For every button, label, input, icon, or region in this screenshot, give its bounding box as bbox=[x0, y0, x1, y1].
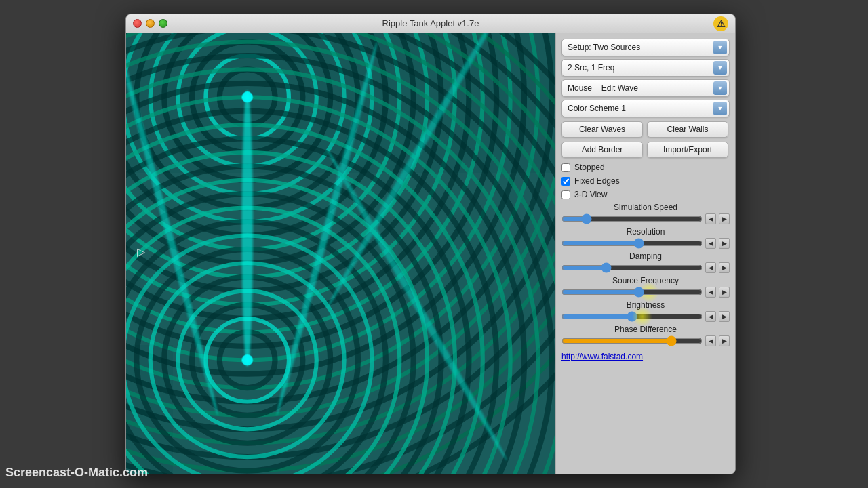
warning-icon: ⚠ bbox=[713, 16, 728, 31]
damping-label: Damping bbox=[561, 251, 730, 261]
watermark: Screencast-O-Matic.com bbox=[0, 463, 153, 483]
three-d-checkbox-row: 3-D View bbox=[561, 189, 730, 200]
resolution-section: Resolution ◀ ▶ bbox=[561, 227, 730, 249]
source-frequency-label: Source Frequency bbox=[561, 276, 730, 285]
phase-diff-right-btn[interactable]: ▶ bbox=[719, 336, 730, 346]
brightness-left-btn[interactable]: ◀ bbox=[705, 311, 716, 322]
resolution-label: Resolution bbox=[561, 227, 730, 237]
source-freq-left-btn[interactable]: ◀ bbox=[705, 287, 716, 298]
color-dropdown-container: Color Scheme 1 ▼ bbox=[561, 100, 730, 117]
phase-diff-left-btn[interactable]: ◀ bbox=[705, 336, 716, 346]
title-bar: Ripple Tank Applet v1.7e ⚠ bbox=[126, 14, 735, 33]
mouse-dropdown[interactable]: Mouse = Edit Wave bbox=[561, 79, 730, 97]
fixed-edges-label: Fixed Edges bbox=[574, 176, 620, 186]
clear-walls-button[interactable]: Clear Walls bbox=[647, 121, 728, 138]
clear-waves-button[interactable]: Clear Waves bbox=[561, 121, 643, 138]
phase-difference-slider[interactable] bbox=[561, 336, 703, 346]
url-link[interactable]: http://www.falstad.com bbox=[561, 352, 730, 361]
source-frequency-slider[interactable] bbox=[561, 287, 703, 298]
damping-section: Damping ◀ ▶ bbox=[561, 251, 730, 273]
minimize-button[interactable] bbox=[146, 19, 155, 28]
source-frequency-row: ◀ ▶ bbox=[561, 287, 730, 298]
simulation-canvas[interactable]: ▷ bbox=[126, 33, 555, 474]
resolution-right-btn[interactable]: ▶ bbox=[719, 238, 730, 249]
window-title: Ripple Tank Applet v1.7e bbox=[382, 18, 479, 28]
damping-right-btn[interactable]: ▶ bbox=[719, 262, 730, 273]
close-button[interactable] bbox=[133, 19, 142, 28]
three-d-label: 3-D View bbox=[574, 190, 607, 199]
content-area: ▷ Setup: Two Sources ▼ 2 Src, 1 Freq bbox=[126, 33, 735, 474]
color-dropdown[interactable]: Color Scheme 1 bbox=[561, 100, 730, 117]
resolution-left-btn[interactable]: ◀ bbox=[705, 238, 716, 249]
svg-point-59 bbox=[242, 90, 253, 367]
sim-speed-left-btn[interactable]: ◀ bbox=[705, 214, 716, 224]
setup-dropdown[interactable]: Setup: Two Sources bbox=[561, 39, 730, 56]
source-frequency-section: Source Frequency ◀ ▶ bbox=[561, 276, 730, 298]
import-export-button[interactable]: Import/Export bbox=[647, 142, 728, 158]
brightness-right-btn[interactable]: ▶ bbox=[719, 311, 730, 322]
stopped-checkbox-row: Stopped bbox=[561, 162, 730, 173]
resolution-slider[interactable] bbox=[561, 238, 703, 249]
source-dropdown-container: 2 Src, 1 Freq ▼ bbox=[561, 59, 730, 77]
mouse-dropdown-container: Mouse = Edit Wave ▼ bbox=[561, 79, 730, 97]
brightness-section: Brightness ◀ ▶ bbox=[561, 300, 730, 322]
phase-difference-label: Phase Difference bbox=[561, 325, 730, 334]
simulation-speed-label: Simulation Speed bbox=[561, 203, 730, 212]
fixed-edges-checkbox-row: Fixed Edges bbox=[561, 176, 730, 186]
three-d-checkbox[interactable] bbox=[561, 190, 570, 199]
brightness-slider[interactable] bbox=[561, 311, 703, 322]
brightness-row: ◀ ▶ bbox=[561, 311, 730, 322]
damping-slider[interactable] bbox=[561, 262, 703, 273]
phase-difference-section: Phase Difference ◀ ▶ bbox=[561, 325, 730, 346]
traffic-lights bbox=[133, 19, 167, 28]
source1-dot bbox=[242, 92, 253, 102]
brightness-label: Brightness bbox=[561, 300, 730, 310]
damping-row: ◀ ▶ bbox=[561, 262, 730, 273]
add-border-button[interactable]: Add Border bbox=[561, 142, 643, 158]
cursor-icon: ▷ bbox=[137, 245, 145, 258]
stopped-label: Stopped bbox=[574, 163, 605, 172]
source-dropdown[interactable]: 2 Src, 1 Freq bbox=[561, 59, 730, 77]
ripple-visualization bbox=[126, 33, 555, 474]
source-freq-right-btn[interactable]: ▶ bbox=[719, 287, 730, 298]
stopped-checkbox[interactable] bbox=[561, 163, 570, 172]
cursor-indicator: ▷ bbox=[134, 245, 148, 258]
fixed-edges-checkbox[interactable] bbox=[561, 177, 570, 186]
source2-dot bbox=[242, 354, 253, 365]
sim-speed-right-btn[interactable]: ▶ bbox=[719, 214, 730, 224]
maximize-button[interactable] bbox=[159, 19, 167, 28]
simulation-speed-slider[interactable] bbox=[561, 214, 703, 224]
damping-left-btn[interactable]: ◀ bbox=[705, 262, 716, 273]
setup-dropdown-container: Setup: Two Sources ▼ bbox=[561, 39, 730, 56]
simulation-speed-section: Simulation Speed ◀ ▶ bbox=[561, 203, 730, 224]
simulation-speed-row: ◀ ▶ bbox=[561, 214, 730, 224]
resolution-row: ◀ ▶ bbox=[561, 238, 730, 249]
right-panel: Setup: Two Sources ▼ 2 Src, 1 Freq ▼ Mou… bbox=[555, 33, 735, 474]
app-window: Ripple Tank Applet v1.7e ⚠ bbox=[125, 14, 736, 474]
phase-difference-row: ◀ ▶ bbox=[561, 336, 730, 346]
